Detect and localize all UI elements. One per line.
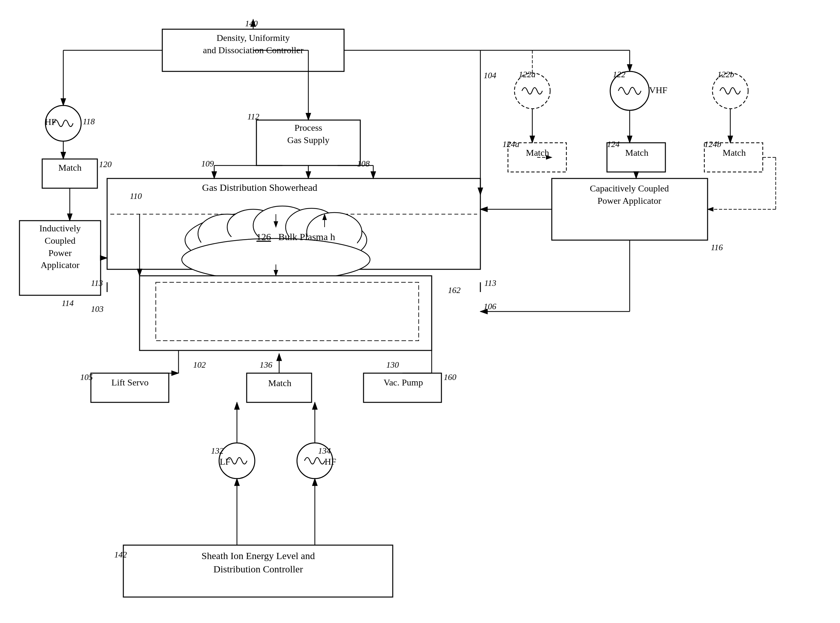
match-124b-label: Match xyxy=(707,147,762,159)
icp-label: InductivelyCoupledPowerApplicator xyxy=(21,222,99,271)
match-124a-label: Match xyxy=(510,147,565,159)
ref-106: 106 xyxy=(484,302,496,312)
ref-142: 142 xyxy=(114,550,127,560)
lift-servo-label: Lift Servo xyxy=(94,376,166,389)
hf-source-label: HF xyxy=(45,116,57,128)
match-hf-label: Match xyxy=(43,161,97,174)
ref-113-left: 113 xyxy=(91,278,103,288)
ref-122b: 122b xyxy=(717,70,734,80)
ref-140: 140 xyxy=(245,19,258,29)
svg-rect-15 xyxy=(156,282,419,341)
diagram-svg xyxy=(0,0,840,623)
ref-108: 108 xyxy=(357,159,370,169)
ref-103: 103 xyxy=(91,304,104,314)
lf-label: LF xyxy=(220,456,230,468)
density-controller-label: Density, Uniformityand Dissociation Cont… xyxy=(166,32,341,57)
process-gas-label: ProcessGas Supply xyxy=(260,122,357,146)
ref-105: 105 xyxy=(80,373,93,382)
ref-116: 116 xyxy=(711,243,723,252)
match-124-label: Match xyxy=(610,147,664,159)
ref-114: 114 xyxy=(61,299,74,308)
ref-134: 134 xyxy=(318,446,331,456)
vhf-label: VHF xyxy=(649,84,667,96)
ref-104: 104 xyxy=(484,71,496,80)
ref-122a: 122a xyxy=(519,70,536,80)
ref-112: 112 xyxy=(247,112,260,122)
ref-136: 136 xyxy=(260,360,272,370)
match-center-label: Match xyxy=(249,377,311,389)
cap-coupled-label: Capacitively CoupledPower Applicator xyxy=(554,183,704,207)
ref-132: 132 xyxy=(211,446,224,456)
ref-110: 110 xyxy=(130,192,142,201)
diagram-container: 140 Density, Uniformityand Dissociation … xyxy=(0,0,840,623)
ref-122: 122 xyxy=(613,70,625,80)
ref-113-right: 113 xyxy=(484,278,496,288)
ref-120: 120 xyxy=(99,160,112,169)
gas-dist-label: Gas Distribution Showerhead xyxy=(162,181,357,194)
ref-118: 118 xyxy=(83,117,95,127)
ref-109: 109 xyxy=(201,159,214,169)
hf2-label: HF xyxy=(325,456,336,468)
sheath-label: Sheath Ion Energy Level andDistribution … xyxy=(126,549,390,575)
ref-162: 162 xyxy=(448,285,461,295)
vac-pump-label: Vac. Pump xyxy=(365,376,441,389)
ref-130: 130 xyxy=(386,360,399,370)
bulk-plasma-label: 126 Bulk Plasma h xyxy=(256,230,335,243)
ref-160: 160 xyxy=(444,373,456,382)
ref-102: 102 xyxy=(193,360,206,370)
